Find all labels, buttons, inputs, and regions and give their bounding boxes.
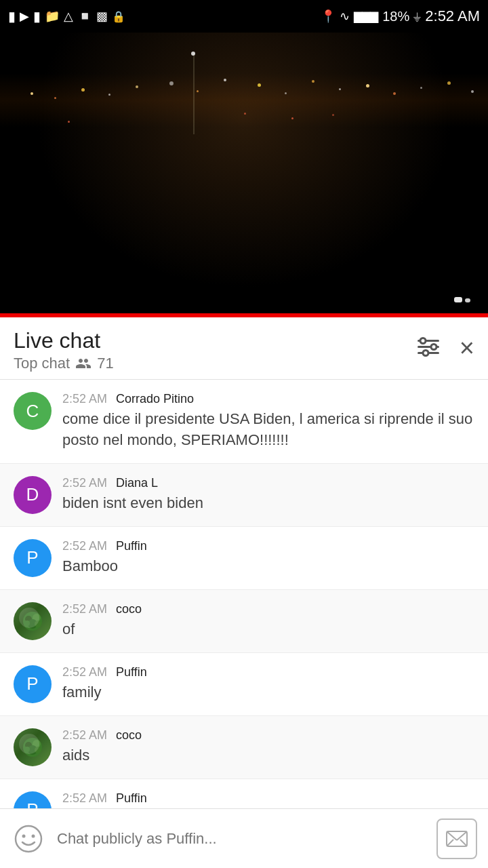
location-icon: 📍	[321, 9, 336, 24]
chat-message-list: C 2:52 AM Corrado Pitino come dice il pr…	[0, 380, 488, 842]
chat-message-1: C 2:52 AM Corrado Pitino come dice il pr…	[0, 380, 488, 464]
message-username-1: Corrado Pitino	[116, 392, 194, 406]
video-progress-bar[interactable]	[0, 313, 488, 317]
folder-icon: 📁	[45, 9, 60, 24]
message-username-3: Puffin	[116, 539, 147, 553]
svg-line-25	[460, 840, 467, 846]
chat-header-info: Live chat Top chat 71	[14, 328, 114, 372]
svg-point-14	[33, 740, 41, 748]
message-content-6: 2:52 AM coco aids	[62, 728, 474, 766]
svg-point-13	[25, 742, 32, 749]
svg-point-17	[35, 747, 41, 753]
youtube-icon: ▶	[20, 9, 29, 24]
chat-subtitle-row: Top chat 71	[14, 355, 114, 372]
avatar-coco-2	[14, 728, 52, 766]
chat-input-bar	[0, 808, 488, 868]
message-time-6: 2:52 AM	[62, 728, 107, 742]
image-icon: ◽	[77, 9, 92, 24]
svg-point-8	[33, 614, 41, 622]
status-bar: ▮ ▶ ▮ 📁 △ ◽ ▩ 🔒 📍 ∿ ▇▇▇ 18% ⏚ 2:52 AM	[0, 0, 488, 33]
avatar-puffin-1: P	[14, 539, 52, 577]
person-icon	[75, 355, 92, 372]
video-player[interactable]	[0, 33, 488, 317]
message-meta-6: 2:52 AM coco	[62, 728, 474, 743]
svg-point-4	[431, 344, 436, 350]
svg-point-7	[25, 616, 32, 623]
close-chat-button[interactable]: ×	[460, 334, 474, 363]
message-text-5: family	[62, 682, 474, 703]
lock-icon: 🔒	[112, 10, 125, 23]
avatar-puffin-2: P	[14, 665, 52, 703]
svg-line-22	[447, 831, 457, 840]
message-content-4: 2:52 AM coco of	[62, 602, 474, 640]
chat-message-4: 2:52 AM coco of	[0, 590, 488, 653]
avatar-diana: D	[14, 476, 52, 514]
clock: 2:52 AM	[425, 7, 480, 25]
message-meta-1: 2:52 AM Corrado Pitino	[62, 392, 474, 406]
coco-avatar-graphic-2	[22, 736, 43, 758]
message-time-5: 2:52 AM	[62, 665, 107, 679]
svg-point-16	[24, 747, 30, 752]
battery-icon: ⏚	[413, 9, 421, 24]
calendar-icon: ▩	[96, 9, 108, 24]
live-chat-title: Live chat	[14, 328, 114, 353]
app-icon-m2: ▮	[33, 8, 41, 24]
message-time-2: 2:52 AM	[62, 476, 107, 490]
message-username-5: Puffin	[116, 665, 147, 679]
emoji-button[interactable]	[11, 821, 46, 856]
message-text-1: come dice il presidente USA Biden, l ame…	[62, 409, 474, 451]
send-button[interactable]	[436, 818, 477, 859]
warning-icon: △	[64, 9, 73, 24]
message-text-4: of	[62, 619, 474, 640]
signal-icon: ▇▇▇	[354, 10, 378, 23]
message-time-7: 2:52 AM	[62, 791, 107, 805]
message-text-2: biden isnt even biden	[62, 493, 474, 514]
message-content-2: 2:52 AM Diana L biden isnt even biden	[62, 476, 474, 514]
system-icons: 📍 ∿ ▇▇▇ 18% ⏚ 2:52 AM	[321, 7, 480, 25]
chat-message-3: P 2:52 AM Puffin Bamboo	[0, 527, 488, 590]
avatar-corrado: C	[14, 392, 52, 430]
filter-icon	[413, 332, 443, 362]
send-icon	[444, 826, 470, 852]
chat-message-2: D 2:52 AM Diana L biden isnt even biden	[0, 464, 488, 527]
coco-avatar-graphic	[22, 610, 43, 632]
svg-line-23	[457, 831, 467, 840]
svg-point-3	[420, 338, 426, 344]
svg-point-10	[24, 620, 30, 626]
wifi-icon: ∿	[340, 9, 350, 24]
message-content-1: 2:52 AM Corrado Pitino come dice il pres…	[62, 392, 474, 451]
svg-line-24	[447, 840, 453, 846]
svg-point-5	[423, 351, 428, 356]
chat-header-actions: ×	[413, 332, 474, 364]
message-username-7: Puffin	[116, 791, 147, 805]
svg-point-9	[28, 619, 37, 629]
message-meta-2: 2:52 AM Diana L	[62, 476, 474, 490]
message-username-6: coco	[116, 728, 142, 742]
chat-message-6: 2:52 AM coco aids	[0, 716, 488, 779]
app-icon-m: ▮	[8, 8, 16, 24]
notification-icons: ▮ ▶ ▮ 📁 △ ◽ ▩ 🔒	[8, 8, 125, 24]
message-meta-4: 2:52 AM coco	[62, 602, 474, 616]
chat-input-field[interactable]	[57, 821, 426, 856]
chat-message-5: P 2:52 AM Puffin family	[0, 653, 488, 716]
message-time-4: 2:52 AM	[62, 602, 107, 616]
svg-point-11	[35, 620, 41, 627]
message-time-1: 2:52 AM	[62, 392, 107, 406]
message-text-3: Bamboo	[62, 556, 474, 577]
viewer-count: 71	[97, 355, 113, 372]
message-meta-5: 2:52 AM Puffin	[62, 665, 474, 679]
battery-level: 18%	[382, 9, 409, 24]
svg-point-15	[28, 745, 37, 755]
message-username-4: coco	[116, 602, 142, 616]
svg-point-18	[16, 826, 41, 852]
message-username-2: Diana L	[116, 476, 158, 490]
emoji-icon	[14, 824, 43, 854]
top-chat-label[interactable]: Top chat	[14, 355, 70, 372]
chat-header: Live chat Top chat 71 ×	[0, 317, 488, 380]
svg-point-20	[32, 834, 35, 837]
message-content-5: 2:52 AM Puffin family	[62, 665, 474, 703]
message-meta-7: 2:52 AM Puffin	[62, 791, 474, 806]
filter-button[interactable]	[413, 332, 443, 364]
message-time-3: 2:52 AM	[62, 539, 107, 553]
message-text-6: aids	[62, 745, 474, 766]
